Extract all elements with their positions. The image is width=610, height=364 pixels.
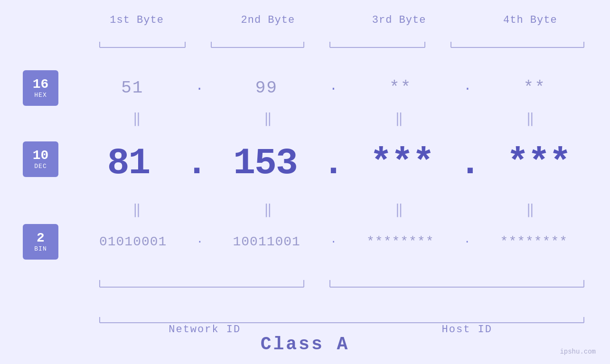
byte-header-2: 2nd Byte <box>202 14 333 26</box>
bin-dot-3: . <box>462 234 472 250</box>
bin-dot-2: . <box>328 234 338 250</box>
dec-val-4: *** <box>507 142 570 184</box>
hex-dot-1: . <box>194 79 206 97</box>
bin-val-3: ******** <box>366 234 434 249</box>
byte-header-4: 4th Byte <box>465 14 596 26</box>
hex-val-4: ** <box>524 78 546 98</box>
bin-badge: 2 BIN <box>23 224 58 260</box>
equals-row-2: ‖ ‖ ‖ ‖ <box>71 209 596 213</box>
hex-val-3: ** <box>389 78 412 98</box>
bin-dot-1: . <box>195 234 205 250</box>
dec-row: 81 . 153 . *** . *** <box>71 141 596 187</box>
equals-row-1: ‖ ‖ ‖ ‖ <box>71 118 596 121</box>
bin-badge-number: 2 <box>37 231 45 246</box>
bin-badge-label: BIN <box>34 245 47 252</box>
dec-badge: 10 DEC <box>23 141 58 177</box>
dec-byte-1: 81 <box>71 142 186 184</box>
hex-badge-label: HEX <box>34 92 47 99</box>
dec-dot-2: . <box>322 145 345 184</box>
bin-byte-3: ******** <box>338 234 462 249</box>
eq2-cell-1: ‖ <box>71 209 202 213</box>
hex-byte-1: 51 <box>71 78 194 98</box>
eq1-cell-3: ‖ <box>334 118 465 121</box>
main-container: 16 HEX 10 DEC 2 BIN <box>0 0 610 364</box>
bin-val-2: 10011001 <box>233 234 300 249</box>
byte-headers: 1st Byte 2nd Byte 3rd Byte 4th Byte <box>71 14 596 26</box>
eq1-cell-1: ‖ <box>71 118 202 121</box>
bin-row: 01010001 . 10011001 . ******** . *******… <box>71 224 596 260</box>
dec-val-3: *** <box>370 142 433 184</box>
bin-byte-1: 01010001 <box>71 234 195 249</box>
hex-dot-3: . <box>462 79 474 97</box>
bin-val-4: ******** <box>500 234 568 249</box>
eq1-cell-4: ‖ <box>465 118 596 121</box>
hex-val-1: 51 <box>121 78 143 98</box>
class-label: Class A <box>0 334 610 355</box>
eq2-cell-2: ‖ <box>202 209 333 213</box>
bin-byte-4: ******** <box>472 234 596 249</box>
eq2-cell-4: ‖ <box>465 209 596 213</box>
hex-dot-2: . <box>328 79 339 97</box>
hex-row: 51 . 99 . ** . ** <box>71 70 596 106</box>
dec-byte-4: *** <box>481 142 596 184</box>
dec-badge-number: 10 <box>33 149 49 163</box>
hex-byte-3: ** <box>339 78 462 98</box>
eq2-cell-3: ‖ <box>334 209 465 213</box>
bin-val-1: 01010001 <box>99 234 167 249</box>
dec-dot-3: . <box>459 145 481 184</box>
watermark: ipshu.com <box>560 348 596 355</box>
hex-badge-number: 16 <box>33 77 49 92</box>
byte-header-1: 1st Byte <box>71 14 202 26</box>
dec-byte-2: 153 <box>208 142 322 184</box>
dec-val-1: 81 <box>107 142 150 184</box>
dec-val-2: 153 <box>233 142 297 184</box>
byte-header-3: 3rd Byte <box>334 14 465 26</box>
dec-badge-label: DEC <box>34 163 47 170</box>
hex-byte-2: 99 <box>205 78 328 98</box>
hex-val-2: 99 <box>255 78 278 98</box>
dec-dot-1: . <box>186 145 208 184</box>
hex-byte-4: ** <box>473 78 596 98</box>
eq1-cell-2: ‖ <box>202 118 333 121</box>
hex-badge: 16 HEX <box>23 70 58 106</box>
bin-byte-2: 10011001 <box>205 234 328 249</box>
dec-byte-3: *** <box>345 142 459 184</box>
